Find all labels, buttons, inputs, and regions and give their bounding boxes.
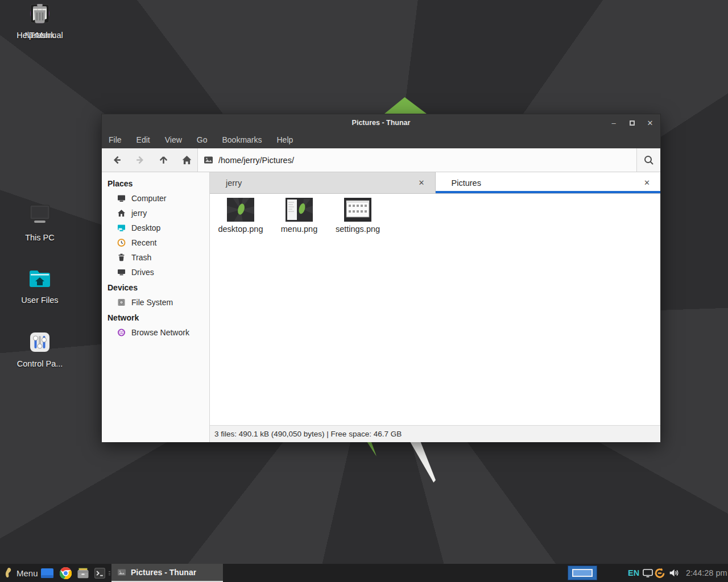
tab-close-icon[interactable]: ✕ (419, 178, 425, 187)
sidebar-item-label: Computer (131, 194, 166, 203)
tab-label: Pictures (452, 178, 481, 188)
settings-png-thumbnail (344, 198, 371, 222)
workspace-1[interactable] (572, 569, 593, 577)
update-manager-tray-item[interactable] (654, 564, 665, 582)
sidebar-header-devices: Devices (102, 280, 209, 295)
sidebar-item-file-system[interactable]: File System (102, 295, 209, 310)
image-window-icon (117, 568, 126, 576)
taskbar-window-button[interactable]: Pictures - Thunar (111, 564, 223, 582)
file-name: desktop.png (218, 225, 263, 234)
keyboard-layout-label: EN (628, 568, 639, 577)
file-view[interactable]: desktop.png menu.png (210, 194, 660, 425)
keyboard-layout-indicator[interactable]: EN (628, 564, 639, 582)
clock[interactable]: 2:44:28 pm (686, 564, 727, 582)
show-desktop-button[interactable] (39, 564, 56, 582)
sidebar-item-recent[interactable]: Recent (102, 235, 209, 250)
minimize-button[interactable]: – (609, 119, 618, 127)
sidebar-item-desktop[interactable]: Desktop (102, 221, 209, 235)
panel-handle[interactable] (107, 564, 111, 582)
window-title: Pictures - Thunar (352, 119, 411, 127)
up-icon (158, 155, 169, 165)
search-button[interactable] (636, 148, 660, 172)
mint-logo-fragment-white (410, 442, 436, 483)
status-text: 3 files: 490.1 kB (490,050 bytes) | Free… (214, 430, 402, 438)
sidebar-item-label: Browse Network (131, 328, 189, 337)
computer-icon (26, 202, 53, 230)
menu-file[interactable]: File (109, 135, 122, 144)
path-text: /home/jerry/Pictures/ (218, 156, 294, 165)
forward-button[interactable] (130, 151, 151, 170)
taskbar: Menu (0, 564, 728, 582)
mint-logo-fragment-green (367, 442, 377, 456)
thunar-window: Pictures - Thunar – ✕ File Edit View Go … (101, 114, 661, 442)
update-refresh-icon (654, 567, 665, 579)
workspace-switcher[interactable] (568, 566, 597, 580)
filesystem-drive-icon (117, 298, 126, 307)
home-folder-icon (26, 265, 53, 292)
taskbar-window-label: Pictures - Thunar (131, 568, 196, 577)
volume-tray-item[interactable] (669, 564, 679, 582)
sidebar-item-browse-network[interactable]: Browse Network (102, 325, 209, 340)
home-button[interactable] (176, 151, 197, 170)
terminal-launcher[interactable] (92, 564, 107, 582)
tab-jerry[interactable]: jerry ✕ (210, 172, 436, 193)
menu-help[interactable]: Help (277, 135, 293, 144)
forward-icon (135, 155, 146, 165)
sidebar-item-label: jerry (131, 209, 147, 218)
trash-icon (117, 253, 126, 262)
sliders-icon (26, 329, 53, 356)
close-button[interactable]: ✕ (646, 119, 655, 127)
desktop-icon-label: Trash (30, 31, 51, 40)
maximize-icon (630, 120, 635, 126)
display-tray-item[interactable] (643, 564, 653, 582)
tab-bar: jerry ✕ Pictures ✕ (210, 172, 660, 194)
menu-go[interactable]: Go (197, 135, 208, 144)
sidebar-item-trash[interactable]: Trash (102, 250, 209, 265)
network-globe-icon (117, 328, 126, 337)
sidebar-header-network: Network (102, 310, 209, 325)
menu-view[interactable]: View (165, 135, 182, 144)
speaker-icon (669, 568, 679, 577)
file-menu-png[interactable]: menu.png (271, 198, 328, 234)
show-desktop-icon (41, 568, 53, 578)
mint-menu-icon (5, 567, 12, 579)
menu-edit[interactable]: Edit (136, 135, 150, 144)
desktop-png-thumbnail (227, 198, 254, 222)
desktop-icon-trash[interactable]: Trash (9, 0, 71, 40)
file-desktop-png[interactable]: desktop.png (212, 198, 269, 234)
sidebar-item-drives[interactable]: Drives (102, 265, 209, 280)
chrome-launcher[interactable] (57, 564, 74, 582)
toolbar: /home/jerry/Pictures/ (102, 148, 660, 172)
sidebar-item-computer[interactable]: Computer (102, 191, 209, 206)
sidebar-item-label: Recent (131, 238, 156, 247)
search-icon (643, 155, 655, 166)
sidebar-item-label: Desktop (131, 223, 160, 232)
desktop-icon-label: Control Pa... (17, 359, 63, 368)
up-button[interactable] (153, 151, 174, 170)
file-name: settings.png (336, 225, 380, 234)
sidebar: Places Computer jerry Desktop Recent Tra… (102, 172, 210, 442)
recent-clock-icon (117, 238, 126, 247)
path-bar[interactable]: /home/jerry/Pictures/ (197, 148, 636, 172)
desktop-icon-control-panel[interactable]: Control Pa... (9, 329, 71, 368)
tab-close-icon[interactable]: ✕ (644, 178, 650, 187)
window-titlebar[interactable]: Pictures - Thunar – ✕ (102, 114, 660, 131)
desktop-icon-this-pc[interactable]: This PC (9, 202, 71, 242)
tab-label: jerry (226, 178, 242, 188)
display-icon (643, 568, 653, 577)
image-location-icon (204, 156, 213, 164)
clock-label: 2:44:28 pm (686, 568, 727, 577)
back-button[interactable] (106, 151, 127, 170)
sidebar-item-home[interactable]: jerry (102, 206, 209, 221)
file-manager-icon (77, 568, 89, 579)
tab-pictures[interactable]: Pictures ✕ (436, 172, 661, 193)
file-manager-launcher[interactable] (75, 564, 92, 582)
status-bar: 3 files: 490.1 kB (490,050 bytes) | Free… (210, 425, 660, 442)
maximize-button[interactable] (627, 119, 636, 127)
file-settings-png[interactable]: settings.png (329, 198, 386, 234)
home-icon (181, 155, 192, 165)
desktop-icon-user-files[interactable]: User Files (9, 265, 71, 305)
menu-bookmarks[interactable]: Bookmarks (222, 135, 262, 144)
menu-button[interactable]: Menu (2, 564, 40, 582)
sidebar-item-label: Trash (131, 253, 151, 262)
